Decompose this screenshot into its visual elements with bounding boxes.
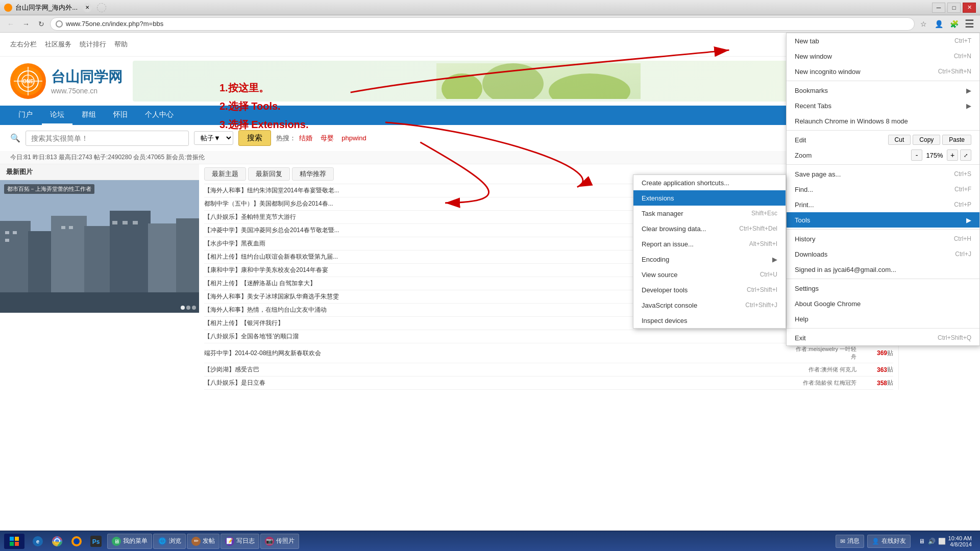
menu-new-window[interactable]: New window Ctrl+N xyxy=(787,48,979,64)
minimize-btn[interactable]: ─ xyxy=(932,3,945,13)
nav-bar: ← → ↻ www.75one.cn/index.php?m=bbs ☆ 👤 🧩… xyxy=(0,15,980,33)
taskbar-firefox-icon[interactable] xyxy=(67,534,86,549)
menu-tools[interactable]: Tools ▶ xyxy=(787,212,979,228)
menu-extensions[interactable]: Extensions xyxy=(633,190,786,206)
nav-portal[interactable]: 门户 xyxy=(10,106,41,125)
menu-create-shortcuts[interactable]: Create application shortcuts... xyxy=(633,175,786,190)
tab-close-btn[interactable]: ✕ xyxy=(83,3,92,12)
tab-latest-topic[interactable]: 最新主题 xyxy=(204,167,246,181)
nav-profile[interactable]: 个人中心 xyxy=(137,106,182,125)
menu-print[interactable]: Print... Ctrl+P xyxy=(787,197,979,212)
taskbar-ie-icon[interactable]: e xyxy=(29,534,47,549)
menu-recent-tabs[interactable]: Recent Tabs ▶ xyxy=(787,98,979,113)
svg-text:Ps: Ps xyxy=(92,538,100,545)
menu-incognito[interactable]: New incognito window Ctrl+Shift+N xyxy=(787,64,979,79)
zoom-in-btn[interactable]: + xyxy=(947,149,958,161)
search-input[interactable] xyxy=(26,131,189,146)
start-button[interactable] xyxy=(4,534,24,549)
close-btn[interactable]: ✕ xyxy=(963,3,976,13)
extension-btn[interactable]: 🧩 xyxy=(947,17,961,31)
post-unit: 贴 xyxy=(887,349,893,358)
chrome-menu-btn[interactable]: ☰ xyxy=(963,17,976,31)
taskbar-post[interactable]: ✏ 发帖 xyxy=(187,534,219,549)
menu-settings[interactable]: Settings xyxy=(787,281,979,296)
nav-group[interactable]: 群组 xyxy=(74,106,104,125)
taskbar-diary[interactable]: 📝 写日志 xyxy=(220,534,259,549)
topbar-link-4[interactable]: 帮助 xyxy=(114,40,128,49)
menu-signed-in[interactable]: Signed in as jycai64@gmail.com... xyxy=(787,262,979,277)
taskbar: e xyxy=(0,531,980,551)
menu-edit-row: Edit Cut Copy Paste xyxy=(787,132,979,147)
hot-kw-1[interactable]: 结婚 xyxy=(299,134,312,142)
nav-nostalgia[interactable]: 怀旧 xyxy=(105,106,136,125)
profile-btn[interactable]: 👤 xyxy=(932,17,945,31)
arrow-icon: ▶ xyxy=(966,102,971,110)
topbar-link-2[interactable]: 社区服务 xyxy=(45,40,71,49)
hot-kw-3[interactable]: phpwind xyxy=(341,134,366,142)
menu-downloads[interactable]: Downloads Ctrl+J xyxy=(787,246,979,262)
zoom-fullscreen-btn[interactable]: ⤢ xyxy=(960,149,971,161)
cut-btn[interactable]: Cut xyxy=(888,135,911,145)
menu-help[interactable]: Help xyxy=(787,311,979,327)
post-title[interactable]: 【八卦娱乐】全国各地'怪'的顺口溜 xyxy=(204,332,795,341)
taskbar-photoshop-icon[interactable]: Ps xyxy=(87,534,105,549)
menu-encoding[interactable]: Encoding ▶ xyxy=(633,252,786,267)
tab-featured[interactable]: 精华推荐 xyxy=(292,167,334,181)
menu-inspect-devices[interactable]: Inspect devices xyxy=(633,313,786,328)
security-icon xyxy=(56,20,63,28)
zoom-value: 175% xyxy=(924,152,945,159)
topbar-link-1[interactable]: 左右分栏 xyxy=(10,40,37,49)
reload-btn[interactable]: ↻ xyxy=(35,17,48,31)
taskbar-chrome-icon[interactable] xyxy=(48,534,66,549)
menu-clear-data[interactable]: Clear browsing data... Ctrl+Shift+Del xyxy=(633,221,786,236)
browser-window: 台山同学网_海内外... ✕ ─ □ ✕ ← → ↻ www.75one.cn/… xyxy=(0,0,980,551)
menu-save-page[interactable]: Save page as... Ctrl+S xyxy=(787,166,979,182)
bookmark-star-btn[interactable]: ☆ xyxy=(917,17,930,31)
menu-bookmarks[interactable]: Bookmarks ▶ xyxy=(787,83,979,98)
logo-icon: ONE xyxy=(10,63,46,99)
menu-about[interactable]: About Google Chrome xyxy=(787,296,979,311)
taskbar-message[interactable]: ✉ 消息 xyxy=(836,535,864,548)
zoom-out-btn[interactable]: - xyxy=(911,149,922,161)
post-title[interactable]: 【沙岗湖】感受古巴 xyxy=(204,365,795,374)
person-icon: 👤 xyxy=(872,538,879,545)
menu-divider xyxy=(787,164,979,165)
menu-view-source[interactable]: View source Ctrl+U xyxy=(633,267,786,282)
tab-latest-reply[interactable]: 最新回复 xyxy=(248,167,290,181)
tab-favicon xyxy=(4,4,12,12)
copy-btn[interactable]: Copy xyxy=(913,135,940,145)
hot-kw-2[interactable]: 母婴 xyxy=(321,134,334,142)
maximize-btn[interactable]: □ xyxy=(947,3,961,13)
tools-submenu: Create application shortcuts... Extensio… xyxy=(633,174,786,329)
menu-find[interactable]: Find... Ctrl+F xyxy=(787,182,979,197)
post-title[interactable]: 端芬中学】2014-02-08纽约网友新春联欢会 xyxy=(204,349,795,358)
taskbar-browse[interactable]: 🌐 浏览 xyxy=(153,534,186,549)
diary-label: 写日志 xyxy=(236,537,255,545)
menu-relaunch[interactable]: Relaunch Chrome in Windows 8 mode xyxy=(787,113,979,129)
menu-divider xyxy=(787,130,979,131)
nav-forum[interactable]: 论坛 xyxy=(42,106,72,125)
instruction-area: 1.按这里。 2.选择 Tools. 3.选择 Extensions. xyxy=(219,79,309,134)
post-title[interactable]: 【八卦娱乐】是日立春 xyxy=(204,379,795,387)
back-btn[interactable]: ← xyxy=(4,17,17,31)
taskbar-online-friends[interactable]: 👤 在线好友 xyxy=(867,535,911,548)
menu-report-issue[interactable]: Report an issue... Alt+Shift+I xyxy=(633,236,786,252)
paste-btn[interactable]: Paste xyxy=(942,135,971,145)
menu-new-tab[interactable]: New tab Ctrl+T xyxy=(787,33,979,48)
menu-history[interactable]: History Ctrl+H xyxy=(787,231,979,246)
taskbar-my-menu[interactable]: 🖥 我的菜单 xyxy=(107,534,152,549)
menu-task-manager[interactable]: Task manager Shift+Esc xyxy=(633,206,786,221)
tab-title: 台山同学网_海内外... xyxy=(15,3,78,12)
menu-js-console[interactable]: JavaScript console Ctrl+Shift+J xyxy=(633,297,786,313)
taskbar-photos[interactable]: 📷 传照片 xyxy=(260,534,299,549)
topbar-link-3[interactable]: 统计排行 xyxy=(80,40,106,49)
edit-buttons: Cut Copy Paste xyxy=(888,135,971,145)
arrow-icon: ▶ xyxy=(772,256,777,263)
forward-btn[interactable]: → xyxy=(19,17,33,31)
menu-exit[interactable]: Exit Ctrl+Shift+Q xyxy=(787,330,979,345)
menu-dev-tools[interactable]: Developer tools Ctrl+Shift+I xyxy=(633,282,786,297)
latest-images-title: 最新图片 xyxy=(0,164,199,180)
site-name: 台山同学网 xyxy=(51,67,122,87)
photos-label: 传照片 xyxy=(276,537,295,545)
address-bar[interactable]: www.75one.cn/index.php?m=bbs xyxy=(50,17,915,31)
